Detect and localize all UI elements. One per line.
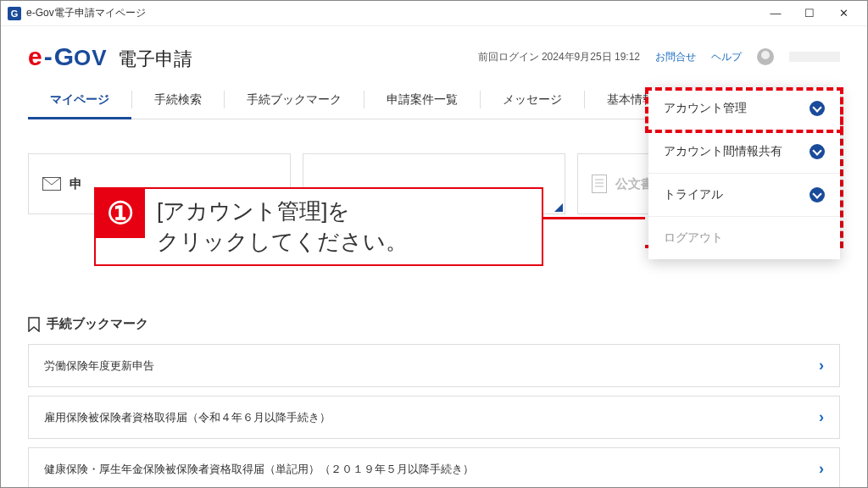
chevron-right-icon: ›	[819, 408, 824, 426]
nav-messages[interactable]: メッセージ	[481, 80, 584, 119]
nav-bookmark[interactable]: 手続ブックマーク	[225, 80, 364, 119]
app-window: G e-Gov電子申請マイページ — ☐ ✕ e - G OV 電子申請 前回ロ…	[0, 0, 868, 488]
nav-applications[interactable]: 申請案件一覧	[364, 80, 480, 119]
window-controls: — ☐ ✕	[759, 2, 860, 25]
logo: e - G OV 電子申請	[28, 42, 192, 72]
close-button[interactable]: ✕	[826, 2, 860, 25]
nav-label: 申請案件一覧	[387, 92, 458, 108]
card-corner-icon	[554, 203, 563, 212]
chevron-down-icon	[810, 101, 825, 116]
callout-text: [アカウント管理]を クリックしてください。	[145, 189, 420, 264]
chevron-down-icon	[810, 187, 825, 202]
logo-g: G	[54, 42, 74, 71]
bookmark-item[interactable]: 雇用保険被保険者資格取得届（令和４年６月以降手続き） ›	[28, 396, 840, 439]
maximize-button[interactable]: ☐	[793, 2, 826, 25]
contact-link[interactable]: お問合せ	[655, 50, 696, 64]
dropdown-label: アカウント管理	[664, 101, 747, 116]
header-right: 前回ログイン 2024年9月25日 19:12 お問合せ ヘルプ	[478, 48, 840, 65]
chevron-right-icon: ›	[819, 460, 824, 478]
window-title: e-Gov電子申請マイページ	[26, 6, 759, 20]
logo-ov: OV	[74, 45, 108, 71]
content-area: e - G OV 電子申請 前回ログイン 2024年9月25日 19:12 お問…	[1, 26, 867, 487]
bookmark-label: 健康保険・厚生年金保険被保険者資格取得届（単記用）（２０１９年５月以降手続き）	[44, 462, 474, 477]
nav-label: メッセージ	[503, 92, 562, 108]
avatar-icon[interactable]	[757, 48, 774, 65]
dropdown-trial[interactable]: トライアル	[648, 174, 840, 217]
nav-label: マイページ	[50, 92, 109, 108]
bookmark-icon	[28, 317, 40, 332]
help-link[interactable]: ヘルプ	[711, 50, 742, 64]
nav-search[interactable]: 手続検索	[132, 80, 224, 119]
document-icon	[592, 175, 607, 193]
mail-icon	[42, 177, 61, 191]
bookmark-label: 雇用保険被保険者資格取得届（令和４年６月以降手続き）	[44, 410, 331, 425]
dropdown-label: アカウント間情報共有	[664, 144, 782, 159]
user-name	[789, 52, 840, 62]
section-title-text: 手続ブックマーク	[47, 316, 148, 332]
header: e - G OV 電子申請 前回ログイン 2024年9月25日 19:12 お問…	[28, 33, 840, 80]
last-login-time: 前回ログイン 2024年9月25日 19:12	[478, 50, 640, 64]
app-icon: G	[8, 7, 21, 20]
logo-e: e	[28, 42, 42, 71]
titlebar: G e-Gov電子申請マイページ — ☐ ✕	[1, 1, 867, 26]
bookmark-list: 労働保険年度更新申告 › 雇用保険被保険者資格取得届（令和４年６月以降手続き） …	[28, 344, 840, 487]
svg-rect-1	[593, 175, 607, 193]
dropdown-account-manage[interactable]: アカウント管理	[648, 87, 840, 130]
logo-dash: -	[44, 42, 53, 71]
dropdown-label: ログアウト	[664, 230, 723, 246]
nav-label: 手続ブックマーク	[247, 92, 342, 108]
bookmark-item[interactable]: 労働保険年度更新申告 ›	[28, 344, 840, 387]
bookmark-item[interactable]: 健康保険・厚生年金保険被保険者資格取得届（単記用）（２０１９年５月以降手続き） …	[28, 447, 840, 487]
nav-label: 手続検索	[154, 92, 202, 108]
dropdown-logout[interactable]: ログアウト	[648, 217, 840, 259]
instruction-callout: ① [アカウント管理]を クリックしてください。	[94, 187, 543, 266]
bookmark-section-title: 手続ブックマーク	[28, 316, 840, 332]
user-dropdown: アカウント管理 アカウント間情報共有 トライアル ログアウト	[648, 87, 840, 259]
card-label-fragment: 申	[70, 176, 82, 192]
chevron-down-icon	[810, 144, 825, 159]
nav-mypage[interactable]: マイページ	[28, 80, 131, 119]
callout-badge: ①	[96, 189, 145, 238]
minimize-button[interactable]: —	[759, 2, 793, 25]
dropdown-label: トライアル	[664, 187, 723, 202]
callout-connector	[542, 217, 645, 219]
bookmark-label: 労働保険年度更新申告	[44, 358, 154, 374]
dropdown-account-share[interactable]: アカウント間情報共有	[648, 130, 840, 174]
chevron-right-icon: ›	[819, 357, 824, 374]
logo-jp: 電子申請	[118, 47, 192, 72]
